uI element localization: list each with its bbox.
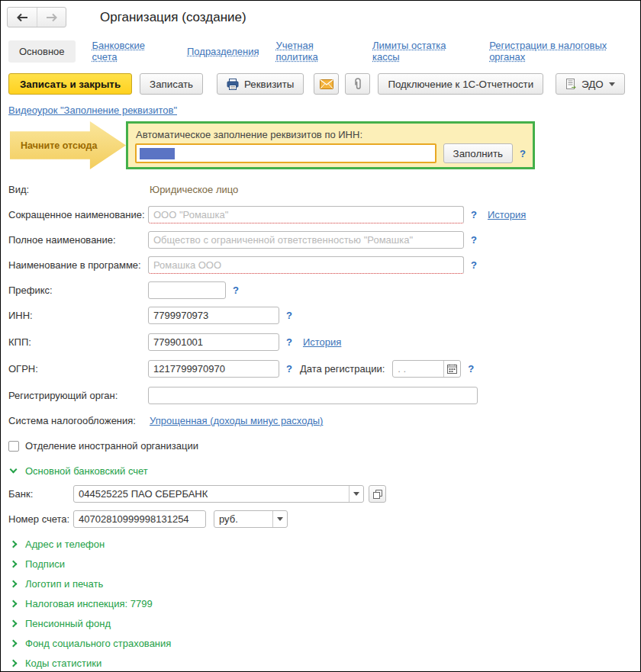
- reg-organ-input[interactable]: [148, 387, 478, 404]
- short-name-input[interactable]: [148, 206, 464, 223]
- reg-date-field: . .: [392, 360, 461, 378]
- kind-value: Юридическое лицо: [150, 184, 238, 195]
- tab-cash-limits[interactable]: Лимиты остатка кассы: [372, 34, 472, 68]
- reg-date-help-link[interactable]: ?: [468, 363, 474, 375]
- section-label: Пенсионный фонд: [25, 618, 111, 629]
- chevron-right-icon: [10, 659, 18, 667]
- tab-bank-accounts[interactable]: Банковские счета: [92, 34, 170, 68]
- ogrn-input[interactable]: [148, 360, 279, 378]
- bank-dropdown-button[interactable]: [349, 486, 363, 502]
- ogrn-help-link[interactable]: ?: [286, 363, 292, 375]
- bank-value[interactable]: 044525225 ПАО СБЕРБАНК: [74, 486, 349, 502]
- section-social-insurance[interactable]: Фонд социального страхования: [8, 635, 640, 651]
- organization-form-window: Организация (создание) Основное Банковск…: [0, 0, 641, 672]
- open-in-window-icon: [373, 490, 382, 499]
- tab-main[interactable]: Основное: [8, 40, 76, 63]
- bank-open-button[interactable]: [369, 485, 386, 503]
- foreign-branch-label: Отделение иностранной организации: [25, 440, 198, 452]
- kpp-label: КПП:: [8, 336, 148, 348]
- save-button[interactable]: Записать: [140, 73, 203, 95]
- inn-autofill-input[interactable]: [135, 143, 436, 163]
- prefix-input[interactable]: [148, 281, 226, 299]
- text-selection-block: [140, 148, 175, 159]
- prefix-help-link[interactable]: ?: [233, 285, 239, 296]
- attachments-button[interactable]: [345, 73, 370, 95]
- paperclip-icon: [353, 78, 363, 90]
- email-button[interactable]: [314, 73, 339, 95]
- edo-button[interactable]: ЭДО: [556, 73, 625, 95]
- kpp-input[interactable]: [148, 333, 279, 351]
- section-label: Адрес и телефон: [25, 539, 105, 550]
- section-logo-stamp[interactable]: Логотип и печать: [8, 575, 640, 592]
- calendar-button[interactable]: [443, 361, 460, 377]
- tab-tax-registrations[interactable]: Регистрации в налоговых органах: [489, 34, 640, 68]
- chevron-right-icon: [10, 560, 18, 568]
- inn-label: ИНН:: [8, 310, 148, 321]
- reg-organ-label: Регистрирующий орган:: [8, 390, 148, 401]
- short-name-help-link[interactable]: ?: [471, 209, 477, 220]
- autofill-help-link[interactable]: ?: [520, 148, 526, 159]
- calendar-icon: [447, 364, 457, 374]
- section-pension-fund[interactable]: Пенсионный фонд: [8, 615, 640, 632]
- video-tutorial-link[interactable]: Видеоурок "Заполнение реквизитов": [8, 104, 177, 116]
- tax-system-link[interactable]: Упрощенная (доходы минус расходы): [150, 415, 323, 426]
- tax-system-label: Система налогообложения:: [8, 415, 148, 426]
- fill-button[interactable]: Заполнить: [443, 143, 513, 163]
- forward-button[interactable]: [37, 8, 66, 27]
- start-here-arrow: Начните отсюда: [10, 121, 126, 169]
- back-button[interactable]: [8, 8, 37, 27]
- full-name-input[interactable]: [148, 231, 464, 249]
- field-row-ogrn: ОГРН: ? Дата регистрации: . . ?: [8, 360, 640, 378]
- program-name-input[interactable]: [148, 256, 464, 274]
- section-label: Налоговая инспекция: 7799: [25, 598, 153, 609]
- chevron-right-icon: [10, 580, 18, 587]
- chevron-right-icon: [10, 619, 18, 627]
- save-and-close-button[interactable]: Записать и закрыть: [8, 73, 132, 95]
- inn-input[interactable]: [148, 307, 279, 324]
- nav-history-group: [7, 7, 66, 27]
- connect-1c-reporting-button[interactable]: Подключение к 1С-Отчетности: [378, 73, 543, 95]
- foreign-branch-checkbox[interactable]: [8, 441, 19, 452]
- section-signatures[interactable]: Подписи: [8, 555, 640, 572]
- currency-dropdown-button[interactable]: [272, 511, 287, 527]
- tab-accounting-policy[interactable]: Учетная политика: [276, 34, 356, 68]
- section-tax-inspection[interactable]: Налоговая инспекция: 7799: [8, 595, 640, 612]
- requisites-button[interactable]: Реквизиты: [217, 73, 304, 95]
- kpp-help-link[interactable]: ?: [286, 336, 292, 348]
- bank-account-section: Основной банковский счет Банк: 044525225…: [8, 462, 640, 528]
- tab-bar: Основное Банковские счета Подразделения …: [8, 34, 640, 68]
- currency-value[interactable]: руб.: [214, 511, 272, 527]
- program-name-help-link[interactable]: ?: [471, 259, 477, 271]
- kpp-history-link[interactable]: История: [303, 336, 341, 348]
- account-number-input[interactable]: [73, 510, 206, 528]
- forward-arrow-icon: [46, 13, 58, 22]
- chevron-right-icon: [10, 639, 18, 647]
- dropdown-caret-icon: [609, 82, 615, 86]
- section-label: Коды статистики: [25, 658, 101, 669]
- field-row-short-name: Сокращенное наименование: ? История: [8, 206, 640, 223]
- requisites-label: Реквизиты: [244, 79, 294, 90]
- main-form: Вид: Юридическое лицо Сокращенное наимен…: [8, 181, 640, 672]
- tab-departments[interactable]: Подразделения: [187, 40, 259, 63]
- short-name-history-link[interactable]: История: [488, 209, 526, 220]
- bank-section-title: Основной банковский счет: [25, 465, 148, 477]
- section-address-phone[interactable]: Адрес и телефон: [8, 535, 640, 552]
- start-here-label: Начните отсюда: [10, 140, 97, 151]
- program-name-label: Наименование в программе:: [8, 259, 148, 271]
- reg-date-label: Дата регистрации:: [300, 363, 385, 375]
- prefix-label: Префикс:: [8, 285, 148, 296]
- video-link-row: Видеоурок "Заполнение реквизитов": [8, 104, 640, 116]
- printer-icon: [227, 79, 239, 90]
- autofill-label: Автоматическое заполнение реквизитов по …: [136, 129, 526, 140]
- full-name-label: Полное наименование:: [8, 234, 148, 246]
- inn-help-link[interactable]: ?: [286, 310, 292, 321]
- field-row-full-name: Полное наименование: ?: [8, 231, 640, 249]
- full-name-help-link[interactable]: ?: [471, 234, 477, 246]
- section-label: Логотип и печать: [25, 578, 103, 590]
- toolbar: Записать и закрыть Записать Реквизиты По…: [8, 73, 640, 95]
- section-statistics-codes[interactable]: Коды статистики: [8, 654, 640, 671]
- bank-combobox: 044525225 ПАО СБЕРБАНК: [73, 485, 364, 503]
- bank-section-header[interactable]: Основной банковский счет: [8, 462, 640, 479]
- reg-date-input[interactable]: . .: [393, 361, 443, 377]
- bank-label: Банк:: [8, 488, 73, 500]
